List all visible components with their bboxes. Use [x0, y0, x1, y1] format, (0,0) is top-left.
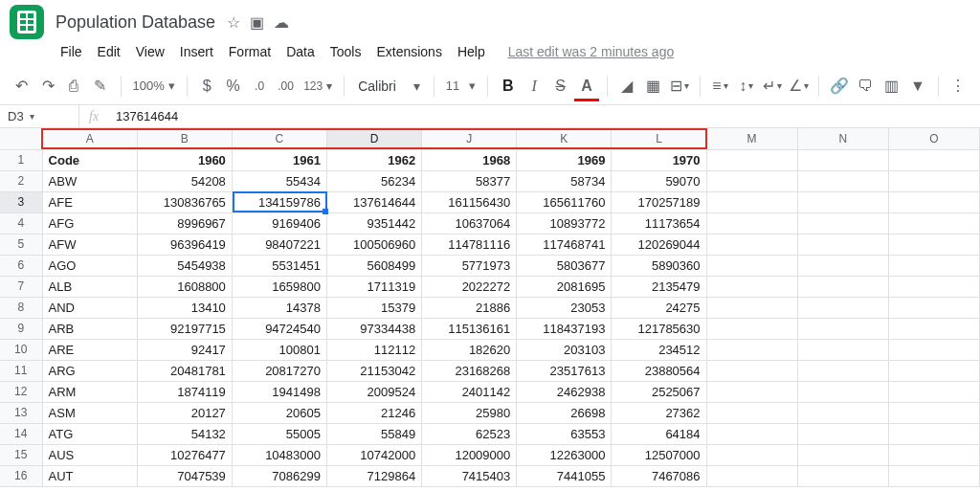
- column-header[interactable]: J: [422, 128, 517, 149]
- row-header[interactable]: 10: [0, 339, 42, 360]
- percent-button[interactable]: %: [221, 73, 245, 100]
- cell[interactable]: [888, 212, 979, 234]
- menu-data[interactable]: Data: [279, 40, 322, 63]
- text-wrap-button[interactable]: ↵▾: [760, 73, 784, 100]
- cell[interactable]: [888, 465, 979, 486]
- cell[interactable]: 54208: [137, 170, 232, 191]
- cell[interactable]: 100801: [232, 339, 326, 360]
- strikethrough-button[interactable]: S: [548, 73, 572, 100]
- horizontal-align-button[interactable]: ≡▾: [708, 73, 732, 100]
- cell[interactable]: 137614644: [326, 191, 421, 212]
- cell[interactable]: 5454938: [137, 255, 232, 276]
- menu-help[interactable]: Help: [451, 40, 492, 63]
- cell[interactable]: 20605: [232, 402, 326, 423]
- cell[interactable]: [706, 465, 797, 486]
- menu-extensions[interactable]: Extensions: [369, 40, 448, 63]
- cell[interactable]: 7047539: [137, 465, 232, 486]
- cell[interactable]: 5608499: [326, 255, 421, 276]
- cell[interactable]: ASM: [42, 402, 137, 423]
- borders-button[interactable]: ▦: [641, 73, 665, 100]
- cell[interactable]: [706, 360, 797, 381]
- cell[interactable]: 10276477: [137, 444, 232, 465]
- move-icon[interactable]: ▣: [250, 13, 264, 32]
- cell[interactable]: 23517613: [517, 360, 612, 381]
- column-header[interactable]: K: [517, 128, 612, 149]
- cell[interactable]: [888, 276, 979, 297]
- cell[interactable]: 10483000: [232, 444, 326, 465]
- cell[interactable]: 24275: [612, 297, 706, 318]
- row-header[interactable]: 2: [0, 170, 42, 191]
- increase-decimal-button[interactable]: .00: [274, 73, 298, 100]
- decrease-decimal-button[interactable]: .0: [247, 73, 271, 100]
- cell[interactable]: [888, 423, 979, 444]
- cell[interactable]: 112112: [326, 339, 421, 360]
- cell[interactable]: [888, 402, 979, 423]
- cell[interactable]: [706, 402, 797, 423]
- cell[interactable]: ARE: [42, 339, 137, 360]
- sheets-logo[interactable]: [10, 5, 44, 39]
- row-header[interactable]: 11: [0, 360, 42, 381]
- cell[interactable]: AFE: [42, 191, 137, 212]
- cell[interactable]: ARM: [42, 381, 137, 402]
- cell[interactable]: 94724540: [232, 318, 326, 339]
- cell[interactable]: 115136161: [422, 318, 517, 339]
- row-header[interactable]: 9: [0, 318, 42, 339]
- cell[interactable]: [706, 191, 797, 212]
- cell[interactable]: 12507000: [612, 444, 706, 465]
- font-select[interactable]: Calibri ▾: [352, 78, 426, 94]
- cloud-status-icon[interactable]: ☁: [274, 13, 289, 32]
- bold-button[interactable]: B: [496, 73, 520, 100]
- cell[interactable]: 10893772: [517, 212, 612, 234]
- cell[interactable]: [888, 339, 979, 360]
- cell[interactable]: 1874119: [137, 381, 232, 402]
- cell[interactable]: 2081695: [517, 276, 612, 297]
- cell[interactable]: [797, 402, 888, 423]
- cell[interactable]: [706, 444, 797, 465]
- cell[interactable]: 55005: [232, 423, 326, 444]
- cell[interactable]: ARB: [42, 318, 137, 339]
- cell[interactable]: 98407221: [232, 234, 326, 255]
- cell[interactable]: 8996967: [137, 212, 232, 234]
- cell[interactable]: 5890360: [612, 255, 706, 276]
- cell[interactable]: 96396419: [137, 234, 232, 255]
- cell[interactable]: 2462938: [517, 381, 612, 402]
- cell[interactable]: [706, 318, 797, 339]
- cell[interactable]: 182620: [422, 339, 517, 360]
- insert-comment-button[interactable]: 🗨: [854, 73, 878, 100]
- column-header[interactable]: M: [706, 128, 797, 149]
- cell[interactable]: 170257189: [612, 191, 706, 212]
- cell[interactable]: [706, 255, 797, 276]
- text-color-button[interactable]: A: [574, 73, 598, 100]
- row-header[interactable]: 13: [0, 402, 42, 423]
- column-header[interactable]: L: [612, 128, 706, 149]
- cell[interactable]: 161156430: [422, 191, 517, 212]
- cell[interactable]: [706, 212, 797, 234]
- cell[interactable]: 2525067: [612, 381, 706, 402]
- menu-format[interactable]: Format: [222, 40, 278, 63]
- select-all-corner[interactable]: [0, 128, 42, 149]
- cell[interactable]: 21153042: [326, 360, 421, 381]
- cell[interactable]: [797, 191, 888, 212]
- font-size-select[interactable]: 11 ▾: [442, 78, 479, 93]
- fill-color-button[interactable]: ◢: [615, 73, 639, 100]
- insert-chart-button[interactable]: ▥: [880, 73, 903, 100]
- cell[interactable]: [797, 149, 888, 170]
- cell[interactable]: [797, 297, 888, 318]
- cell[interactable]: 1941498: [232, 381, 326, 402]
- more-formats-button[interactable]: 123 ▾: [300, 73, 336, 100]
- cell[interactable]: AGO: [42, 255, 137, 276]
- menu-edit[interactable]: Edit: [91, 40, 127, 63]
- row-header[interactable]: 12: [0, 381, 42, 402]
- row-header[interactable]: 3: [0, 191, 42, 212]
- cell[interactable]: 1968: [422, 149, 517, 170]
- column-header[interactable]: C: [232, 128, 326, 149]
- cell[interactable]: 118437193: [517, 318, 612, 339]
- cell[interactable]: 21246: [326, 402, 421, 423]
- zoom-select[interactable]: 100% ▾: [128, 78, 178, 93]
- star-icon[interactable]: ☆: [227, 13, 240, 32]
- cell[interactable]: 2401142: [422, 381, 517, 402]
- cell[interactable]: AND: [42, 297, 137, 318]
- cell[interactable]: 2135479: [612, 276, 706, 297]
- cell[interactable]: 1961: [232, 149, 326, 170]
- print-button[interactable]: ⎙: [62, 73, 86, 100]
